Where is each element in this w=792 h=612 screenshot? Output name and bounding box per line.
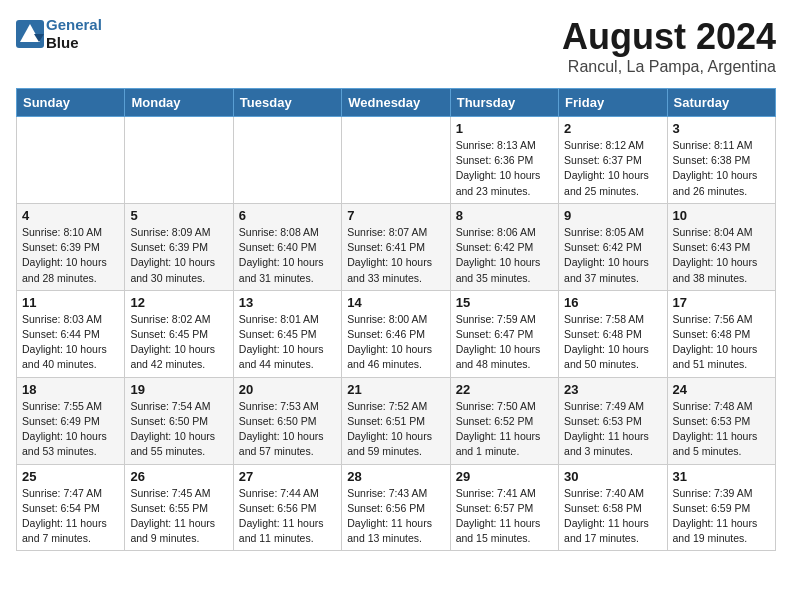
calendar-cell: 1Sunrise: 8:13 AM Sunset: 6:36 PM Daylig… xyxy=(450,117,558,204)
calendar-cell: 22Sunrise: 7:50 AM Sunset: 6:52 PM Dayli… xyxy=(450,377,558,464)
day-info: Sunrise: 7:59 AM Sunset: 6:47 PM Dayligh… xyxy=(456,312,553,373)
calendar-cell: 19Sunrise: 7:54 AM Sunset: 6:50 PM Dayli… xyxy=(125,377,233,464)
day-info: Sunrise: 8:05 AM Sunset: 6:42 PM Dayligh… xyxy=(564,225,661,286)
day-number: 3 xyxy=(673,121,770,136)
day-info: Sunrise: 7:56 AM Sunset: 6:48 PM Dayligh… xyxy=(673,312,770,373)
day-number: 13 xyxy=(239,295,336,310)
calendar-cell: 9Sunrise: 8:05 AM Sunset: 6:42 PM Daylig… xyxy=(559,203,667,290)
calendar-cell: 8Sunrise: 8:06 AM Sunset: 6:42 PM Daylig… xyxy=(450,203,558,290)
day-number: 17 xyxy=(673,295,770,310)
day-number: 12 xyxy=(130,295,227,310)
calendar-cell: 15Sunrise: 7:59 AM Sunset: 6:47 PM Dayli… xyxy=(450,290,558,377)
weekday-header-tuesday: Tuesday xyxy=(233,89,341,117)
weekday-header-thursday: Thursday xyxy=(450,89,558,117)
day-info: Sunrise: 8:01 AM Sunset: 6:45 PM Dayligh… xyxy=(239,312,336,373)
day-number: 24 xyxy=(673,382,770,397)
calendar-cell: 7Sunrise: 8:07 AM Sunset: 6:41 PM Daylig… xyxy=(342,203,450,290)
logo-general: General xyxy=(46,16,102,33)
day-info: Sunrise: 8:03 AM Sunset: 6:44 PM Dayligh… xyxy=(22,312,119,373)
day-info: Sunrise: 8:08 AM Sunset: 6:40 PM Dayligh… xyxy=(239,225,336,286)
calendar-cell xyxy=(17,117,125,204)
day-info: Sunrise: 8:00 AM Sunset: 6:46 PM Dayligh… xyxy=(347,312,444,373)
day-info: Sunrise: 7:40 AM Sunset: 6:58 PM Dayligh… xyxy=(564,486,661,547)
day-number: 30 xyxy=(564,469,661,484)
day-info: Sunrise: 8:09 AM Sunset: 6:39 PM Dayligh… xyxy=(130,225,227,286)
calendar-cell: 6Sunrise: 8:08 AM Sunset: 6:40 PM Daylig… xyxy=(233,203,341,290)
calendar-cell: 23Sunrise: 7:49 AM Sunset: 6:53 PM Dayli… xyxy=(559,377,667,464)
calendar-cell: 30Sunrise: 7:40 AM Sunset: 6:58 PM Dayli… xyxy=(559,464,667,551)
day-info: Sunrise: 7:47 AM Sunset: 6:54 PM Dayligh… xyxy=(22,486,119,547)
day-number: 21 xyxy=(347,382,444,397)
weekday-header-saturday: Saturday xyxy=(667,89,775,117)
day-info: Sunrise: 8:07 AM Sunset: 6:41 PM Dayligh… xyxy=(347,225,444,286)
day-number: 14 xyxy=(347,295,444,310)
calendar-cell: 25Sunrise: 7:47 AM Sunset: 6:54 PM Dayli… xyxy=(17,464,125,551)
weekday-header-row: SundayMondayTuesdayWednesdayThursdayFrid… xyxy=(17,89,776,117)
weekday-header-monday: Monday xyxy=(125,89,233,117)
day-number: 6 xyxy=(239,208,336,223)
day-number: 25 xyxy=(22,469,119,484)
calendar-cell: 12Sunrise: 8:02 AM Sunset: 6:45 PM Dayli… xyxy=(125,290,233,377)
day-info: Sunrise: 7:54 AM Sunset: 6:50 PM Dayligh… xyxy=(130,399,227,460)
calendar-cell: 24Sunrise: 7:48 AM Sunset: 6:53 PM Dayli… xyxy=(667,377,775,464)
day-number: 22 xyxy=(456,382,553,397)
calendar-cell: 27Sunrise: 7:44 AM Sunset: 6:56 PM Dayli… xyxy=(233,464,341,551)
day-number: 27 xyxy=(239,469,336,484)
day-info: Sunrise: 7:39 AM Sunset: 6:59 PM Dayligh… xyxy=(673,486,770,547)
calendar-week-row: 25Sunrise: 7:47 AM Sunset: 6:54 PM Dayli… xyxy=(17,464,776,551)
day-number: 15 xyxy=(456,295,553,310)
day-info: Sunrise: 7:52 AM Sunset: 6:51 PM Dayligh… xyxy=(347,399,444,460)
day-number: 11 xyxy=(22,295,119,310)
calendar-week-row: 18Sunrise: 7:55 AM Sunset: 6:49 PM Dayli… xyxy=(17,377,776,464)
day-info: Sunrise: 8:10 AM Sunset: 6:39 PM Dayligh… xyxy=(22,225,119,286)
day-info: Sunrise: 8:13 AM Sunset: 6:36 PM Dayligh… xyxy=(456,138,553,199)
calendar-cell: 13Sunrise: 8:01 AM Sunset: 6:45 PM Dayli… xyxy=(233,290,341,377)
location-subtitle: Rancul, La Pampa, Argentina xyxy=(562,58,776,76)
day-number: 26 xyxy=(130,469,227,484)
day-number: 4 xyxy=(22,208,119,223)
day-info: Sunrise: 7:55 AM Sunset: 6:49 PM Dayligh… xyxy=(22,399,119,460)
calendar-cell: 11Sunrise: 8:03 AM Sunset: 6:44 PM Dayli… xyxy=(17,290,125,377)
calendar-cell: 21Sunrise: 7:52 AM Sunset: 6:51 PM Dayli… xyxy=(342,377,450,464)
calendar-cell: 18Sunrise: 7:55 AM Sunset: 6:49 PM Dayli… xyxy=(17,377,125,464)
day-info: Sunrise: 7:49 AM Sunset: 6:53 PM Dayligh… xyxy=(564,399,661,460)
day-number: 29 xyxy=(456,469,553,484)
calendar-cell: 2Sunrise: 8:12 AM Sunset: 6:37 PM Daylig… xyxy=(559,117,667,204)
calendar-cell: 5Sunrise: 8:09 AM Sunset: 6:39 PM Daylig… xyxy=(125,203,233,290)
day-number: 7 xyxy=(347,208,444,223)
calendar-cell: 28Sunrise: 7:43 AM Sunset: 6:56 PM Dayli… xyxy=(342,464,450,551)
day-number: 28 xyxy=(347,469,444,484)
day-number: 16 xyxy=(564,295,661,310)
day-info: Sunrise: 7:48 AM Sunset: 6:53 PM Dayligh… xyxy=(673,399,770,460)
day-number: 9 xyxy=(564,208,661,223)
day-number: 23 xyxy=(564,382,661,397)
calendar-table: SundayMondayTuesdayWednesdayThursdayFrid… xyxy=(16,88,776,551)
day-info: Sunrise: 7:58 AM Sunset: 6:48 PM Dayligh… xyxy=(564,312,661,373)
logo-blue: Blue xyxy=(46,34,79,51)
calendar-cell: 20Sunrise: 7:53 AM Sunset: 6:50 PM Dayli… xyxy=(233,377,341,464)
day-number: 2 xyxy=(564,121,661,136)
calendar-week-row: 11Sunrise: 8:03 AM Sunset: 6:44 PM Dayli… xyxy=(17,290,776,377)
calendar-cell: 17Sunrise: 7:56 AM Sunset: 6:48 PM Dayli… xyxy=(667,290,775,377)
calendar-cell: 31Sunrise: 7:39 AM Sunset: 6:59 PM Dayli… xyxy=(667,464,775,551)
day-info: Sunrise: 7:44 AM Sunset: 6:56 PM Dayligh… xyxy=(239,486,336,547)
day-info: Sunrise: 8:04 AM Sunset: 6:43 PM Dayligh… xyxy=(673,225,770,286)
day-number: 18 xyxy=(22,382,119,397)
day-info: Sunrise: 7:43 AM Sunset: 6:56 PM Dayligh… xyxy=(347,486,444,547)
calendar-cell: 3Sunrise: 8:11 AM Sunset: 6:38 PM Daylig… xyxy=(667,117,775,204)
logo: General Blue xyxy=(16,16,102,52)
calendar-cell: 14Sunrise: 8:00 AM Sunset: 6:46 PM Dayli… xyxy=(342,290,450,377)
day-number: 20 xyxy=(239,382,336,397)
logo-icon xyxy=(16,20,44,48)
calendar-cell: 29Sunrise: 7:41 AM Sunset: 6:57 PM Dayli… xyxy=(450,464,558,551)
calendar-cell xyxy=(342,117,450,204)
header: General Blue August 2024 Rancul, La Pamp… xyxy=(16,16,776,76)
calendar-cell: 16Sunrise: 7:58 AM Sunset: 6:48 PM Dayli… xyxy=(559,290,667,377)
calendar-cell xyxy=(233,117,341,204)
calendar-week-row: 4Sunrise: 8:10 AM Sunset: 6:39 PM Daylig… xyxy=(17,203,776,290)
calendar-week-row: 1Sunrise: 8:13 AM Sunset: 6:36 PM Daylig… xyxy=(17,117,776,204)
weekday-header-friday: Friday xyxy=(559,89,667,117)
day-number: 5 xyxy=(130,208,227,223)
title-block: August 2024 Rancul, La Pampa, Argentina xyxy=(562,16,776,76)
day-number: 31 xyxy=(673,469,770,484)
